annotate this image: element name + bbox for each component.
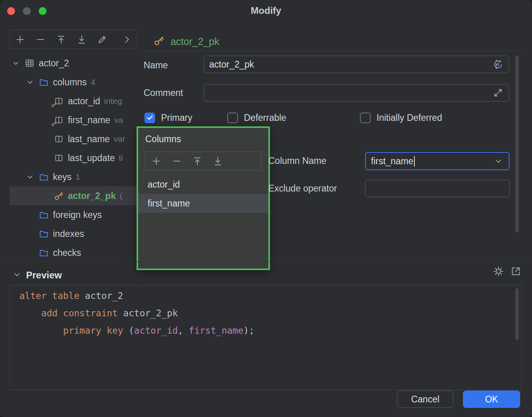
comment-label: Comment: [144, 88, 183, 98]
item-count: 4: [91, 77, 96, 87]
move-up-icon[interactable]: [192, 156, 203, 167]
tree-item-label: keys: [53, 172, 71, 182]
item-type-hint: integ: [104, 96, 122, 106]
expand-icon[interactable]: [121, 34, 132, 45]
code-scrollbar[interactable]: [515, 288, 519, 340]
preview-actions: [493, 265, 522, 279]
object-tree: actor_2columns4actor_idintegfirst_nameva…: [9, 54, 137, 261]
column-name-value: first_name: [371, 156, 413, 167]
chevron-placeholder: [25, 229, 35, 239]
settings-gear-icon[interactable]: [493, 265, 504, 279]
checkbox-box[interactable]: [360, 113, 371, 123]
columns-list: actor_idfirst_name: [138, 175, 268, 213]
key-icon: [51, 120, 57, 127]
more-options-icon[interactable]: ⋮: [491, 58, 502, 71]
name-label: Name: [144, 60, 168, 71]
tree-item-label: actor_id: [68, 96, 100, 107]
key-icon: [51, 101, 57, 108]
checkbox-label: Initially Deferred: [377, 113, 442, 123]
sql-line: add constraint actor_2_pk: [19, 304, 254, 322]
checkbox-box[interactable]: [144, 113, 155, 123]
tree-item-columns[interactable]: columns4: [9, 73, 137, 92]
tree-item-actor_2[interactable]: actor_2: [9, 54, 137, 73]
chevron-down-icon[interactable]: [25, 172, 35, 182]
chevron-down-icon[interactable]: [12, 269, 22, 281]
remove-icon[interactable]: [171, 156, 182, 167]
edit-icon[interactable]: [97, 34, 108, 45]
name-value: actor_2_pk: [209, 59, 254, 70]
expand-editor-icon[interactable]: [493, 87, 504, 98]
tree-item-indexes[interactable]: indexes: [9, 224, 137, 243]
tree-item-label: indexes: [53, 229, 84, 239]
folder-icon: [39, 77, 49, 87]
key-icon: [54, 191, 64, 201]
form-header: actor_2_pk: [153, 35, 219, 48]
folder-icon: [39, 210, 49, 220]
open-in-editor-icon[interactable]: [510, 265, 522, 279]
comment-input[interactable]: [204, 84, 509, 101]
chevron-placeholder: [25, 248, 35, 257]
checkbox-primary[interactable]: Primary: [144, 112, 192, 124]
checkbox-box[interactable]: [227, 113, 238, 123]
preview-header[interactable]: Preview: [12, 269, 62, 281]
sql-line: alter table actor_2: [19, 287, 254, 304]
checkbox-label: Deferrable: [244, 113, 286, 123]
sql-code: alter table actor_2 add constraint actor…: [19, 287, 254, 339]
tree-item-last_name[interactable]: last_namevar: [9, 130, 137, 148]
columns-panel-title: Columns: [145, 134, 181, 145]
titlebar: Modify: [0, 0, 532, 22]
tree-item-label: columns: [53, 77, 87, 88]
preview-divider: [0, 261, 532, 262]
move-down-icon[interactable]: [76, 34, 87, 45]
tree-item-label: checks: [53, 248, 81, 258]
ok-button[interactable]: OK: [463, 391, 520, 408]
add-icon[interactable]: [151, 156, 162, 167]
tree-item-last_update[interactable]: last_updateti: [9, 148, 137, 167]
move-up-icon[interactable]: [56, 34, 67, 45]
exclude-operator-input[interactable]: [365, 180, 510, 197]
header-divider: [144, 51, 523, 51]
columns-panel: Columns actor_idfirst_name: [137, 126, 270, 270]
tree-item-label: first_name: [68, 115, 110, 126]
cancel-button[interactable]: Cancel: [397, 391, 453, 408]
columns-list-item-actor_id[interactable]: actor_id: [138, 175, 268, 194]
column-name-label: Column Name: [268, 156, 326, 166]
item-type-hint: ti: [119, 153, 123, 163]
item-type-hint: var: [114, 134, 125, 144]
tree-item-checks[interactable]: checks: [9, 243, 137, 261]
move-down-icon[interactable]: [212, 156, 223, 167]
tree-item-label: actor_2: [39, 58, 69, 69]
tree-item-actor_id[interactable]: actor_idinteg: [9, 92, 137, 111]
columns-toolbar: [145, 152, 262, 171]
column-name-combobox[interactable]: first_name: [365, 152, 510, 170]
exclude-operator-label: Exclude operator: [268, 183, 337, 194]
chevron-down-icon[interactable]: [493, 156, 504, 166]
window-title: Modify: [0, 5, 532, 16]
checkbox-deferrable[interactable]: Deferrable: [227, 112, 286, 124]
key-icon: [153, 35, 165, 48]
column-icon: [54, 153, 64, 163]
tree-item-actor_2_pk[interactable]: actor_2_pk(: [9, 186, 137, 205]
checkbox-initially-deferred[interactable]: Initially Deferred: [360, 112, 442, 124]
column-key-icon: [54, 96, 64, 106]
folder-icon: [39, 172, 49, 182]
name-input[interactable]: actor_2_pk A: [204, 56, 509, 73]
chevron-down-icon[interactable]: [11, 58, 21, 68]
columns-list-item-first_name[interactable]: first_name: [138, 194, 268, 213]
column-key-icon: [54, 115, 64, 125]
modify-dialog: Modify actor_2columns4actor_idintegfirst…: [0, 0, 532, 417]
chevron-down-icon[interactable]: [25, 77, 35, 87]
preview-label: Preview: [26, 270, 62, 281]
form-scrollbar[interactable]: [515, 56, 519, 233]
tree-item-first_name[interactable]: first_nameva: [9, 111, 137, 130]
tree-item-foreign-keys[interactable]: foreign keys: [9, 205, 137, 224]
folder-icon: [39, 248, 49, 258]
checkbox-label: Primary: [161, 113, 192, 123]
remove-icon[interactable]: [35, 34, 46, 45]
tree-item-label: foreign keys: [53, 210, 102, 220]
constraint-name-heading: actor_2_pk: [170, 36, 219, 47]
tree-item-label: last_update: [68, 153, 115, 163]
tree-item-keys[interactable]: keys1: [9, 167, 137, 186]
add-icon[interactable]: [15, 34, 26, 45]
chevron-placeholder: [25, 210, 35, 220]
